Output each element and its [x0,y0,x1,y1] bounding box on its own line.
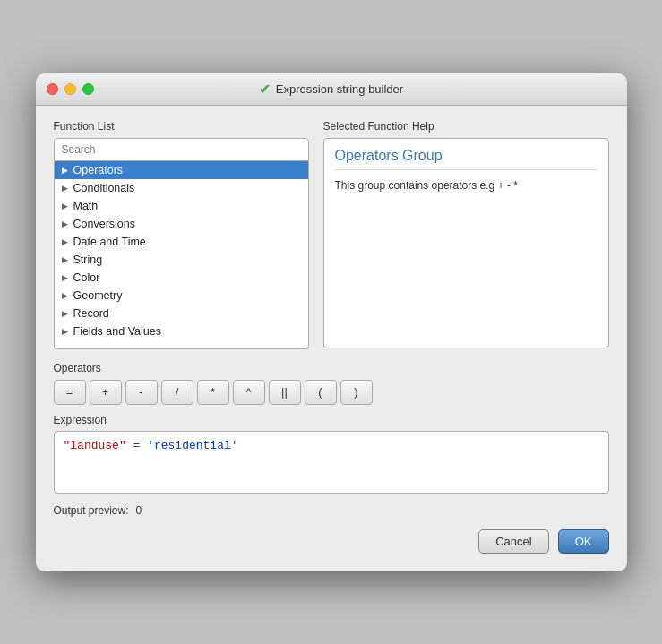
list-item-label: Conversions [73,218,135,230]
list-item-conditionals[interactable]: ▶Conditionals [55,179,308,197]
main-window: ✔ Expression string builder Function Lis… [36,73,627,571]
arrow-icon: ▶ [62,166,68,175]
cancel-button[interactable]: Cancel [478,529,548,554]
content: Function List ▶Operators▶Conditionals▶Ma… [36,106,627,571]
op-btn-x[interactable]: + [90,380,122,405]
button-row: Cancel OK [54,529,609,554]
op-btn-x[interactable]: - [125,380,158,405]
list-item-date-and-time[interactable]: ▶Date and Time [55,233,308,251]
op-btn-x[interactable]: ^ [233,380,265,405]
list-item-label: Math [73,200,99,212]
title-icon: ✔ [259,81,271,98]
title-label: Expression string builder [276,82,403,96]
main-layout: Function List ▶Operators▶Conditionals▶Ma… [54,120,609,349]
list-item-label: String [73,253,103,266]
arrow-icon: ▶ [62,219,68,228]
output-row: Output preview: 0 [54,504,609,517]
output-label: Output preview: [54,504,129,517]
traffic-lights [47,83,94,95]
op-btn-x[interactable]: ( [305,380,337,405]
op-btn-x[interactable]: * [197,380,229,405]
arrow-icon: ▶ [62,309,68,318]
arrow-icon: ▶ [62,291,68,300]
list-item-geometry[interactable]: ▶Geometry [55,287,308,305]
op-btn-xx[interactable]: || [269,380,301,405]
list-item-label: Conditionals [73,182,135,194]
operators-buttons: =+-/*^||() [54,380,609,405]
expr-landuse: "landuse" [64,439,126,452]
expression-label: Expression [54,414,609,426]
list-item-record[interactable]: ▶Record [55,305,308,322]
list-item-fields-and-values[interactable]: ▶Fields and Values [55,322,308,340]
window-title: ✔ Expression string builder [259,81,403,98]
op-btn-x[interactable]: = [54,380,86,405]
op-btn-x[interactable]: ) [340,380,373,405]
selected-function-help-label: Selected Function Help [323,120,609,133]
expression-box[interactable]: "landuse" = 'residential' [54,431,609,494]
arrow-icon: ▶ [62,327,68,336]
list-item-color[interactable]: ▶Color [55,269,308,287]
arrow-icon: ▶ [62,237,68,246]
list-item-label: Operators [73,164,124,176]
close-button[interactable] [47,83,58,95]
search-input[interactable] [55,139,308,160]
maximize-button[interactable] [82,83,94,95]
left-panel: Function List ▶Operators▶Conditionals▶Ma… [54,120,309,349]
right-panel: Selected Function Help Operators Group T… [323,120,609,349]
operators-section: Operators =+-/*^||() [54,362,609,405]
list-item-label: Geometry [73,289,123,302]
arrow-icon: ▶ [62,255,68,264]
operators-label: Operators [54,362,609,374]
help-panel: Operators Group This group contains oper… [323,138,609,348]
minimize-button[interactable] [64,83,76,95]
op-btn-x[interactable]: / [161,380,193,405]
list-item-label: Date and Time [73,236,146,248]
search-wrapper [54,138,309,161]
arrow-icon: ▶ [62,202,68,210]
expression-section: Expression "landuse" = 'residential' [54,414,609,494]
list-item-label: Record [73,307,109,320]
expr-equals: = [126,439,147,452]
list-item-label: Color [73,271,100,284]
help-title: Operators Group [335,148,598,170]
output-value: 0 [136,504,142,517]
ok-button[interactable]: OK [558,529,609,554]
titlebar: ✔ Expression string builder [36,73,627,106]
function-list-box: ▶Operators▶Conditionals▶Math▶Conversions… [54,161,309,349]
list-item-label: Fields and Values [73,325,161,338]
list-item-string[interactable]: ▶String [55,251,308,269]
help-description: This group contains operators e.g + - * [335,177,598,193]
function-list-label: Function List [54,120,309,133]
list-item-math[interactable]: ▶Math [55,197,308,215]
arrow-icon: ▶ [62,184,68,193]
list-item-conversions[interactable]: ▶Conversions [55,215,308,233]
arrow-icon: ▶ [62,273,68,282]
expr-residential: 'residential' [147,439,237,452]
list-item-operators[interactable]: ▶Operators [55,161,308,179]
